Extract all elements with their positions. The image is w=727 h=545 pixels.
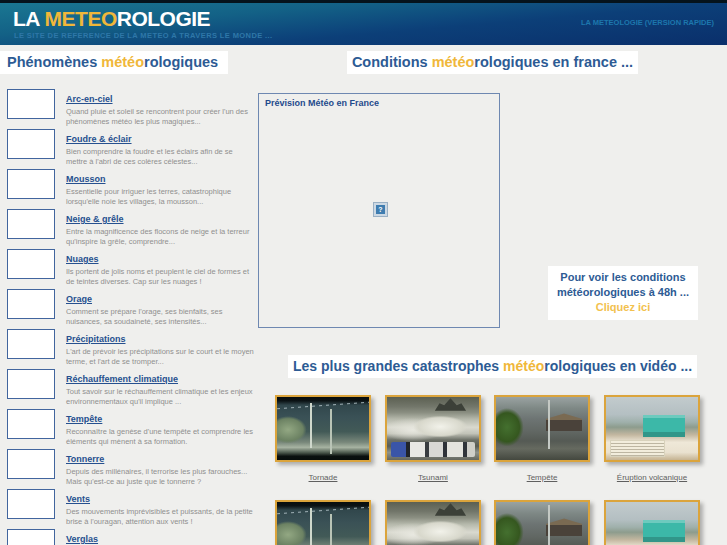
videos-section-title: Les plus grandes catastrophes météorolog…	[258, 358, 727, 374]
phenomena-text: Orage Comment se prépare l'orage, ses bi…	[66, 288, 254, 326]
video-thumbnail-eruption[interactable]	[604, 395, 700, 462]
phenomena-thumbnail[interactable]	[7, 529, 55, 545]
title-text: rologiques en vidéo ...	[544, 358, 692, 374]
video-thumbnail-tornade[interactable]	[275, 500, 371, 545]
phenomena-description: Reconnaître la genèse d'une tempête et c…	[66, 427, 254, 446]
video-caption-tornade[interactable]: Tornade	[275, 473, 371, 482]
tsunami-scene-image	[387, 502, 479, 545]
quick-version-link[interactable]: LA METEOLOGIE (VERSION RAPIDE)	[581, 18, 714, 27]
phenomena-link[interactable]: Réchauffement climatique	[66, 374, 178, 384]
phenomena-description: Essentielle pour irriguer les terres, ca…	[66, 187, 254, 206]
cliquez-ici-link[interactable]: Cliquez ici	[596, 300, 650, 315]
phenomena-text: Précipitations L'art de prévoir les préc…	[66, 328, 254, 366]
phenomena-link[interactable]: Verglas	[66, 534, 98, 544]
volcano-scene-image	[606, 502, 698, 545]
phenomena-thumbnail[interactable]	[7, 289, 55, 319]
phenomena-text: Nuages Ils portent de jolis noms et peup…	[66, 248, 254, 286]
phenomena-description: Des mouvements imprévisibles et puissant…	[66, 507, 254, 526]
title-highlight: météo	[503, 358, 544, 374]
phenomena-description: Comment se prépare l'orage, ses bienfait…	[66, 307, 254, 326]
phenomena-text: Neige & grêle Entre la magnificence des …	[66, 208, 254, 246]
site-logo[interactable]: LA METEOROLOGIE	[13, 7, 210, 31]
phenomena-thumbnail[interactable]	[7, 249, 55, 279]
list-item: Réchauffement climatique Tout savoir sur…	[7, 368, 255, 408]
phenomena-thumbnail[interactable]	[7, 209, 55, 239]
video-caption-tempete[interactable]: Tempête	[494, 473, 590, 482]
phenomena-description: Entre la magnificence des flocons de nei…	[66, 227, 254, 246]
phenomena-section-title: Phénomènes météorologiques	[0, 54, 228, 70]
list-item: Foudre & éclair Bien comprendre la foudr…	[7, 128, 255, 168]
video-thumbnail-tempete[interactable]	[494, 395, 590, 462]
promo-line2: météorologiques à 48h ...	[557, 286, 689, 298]
list-item: Mousson Essentielle pour irriguer les te…	[7, 168, 255, 208]
phenomena-link[interactable]: Tonnerre	[66, 454, 104, 464]
phenomena-thumbnail[interactable]	[7, 169, 55, 199]
forecast-48h-promo: Pour voir les conditions météorologiques…	[548, 266, 698, 320]
video-thumbnail-eruption[interactable]	[604, 500, 700, 545]
title-text: Les plus grandes catastrophes	[293, 358, 503, 374]
logo-suffix: ROLOGIE	[117, 7, 210, 30]
phenomena-text: Tonnerre Depuis des millénaires, il terr…	[66, 448, 254, 486]
phenomena-description: Ils portent de jolis noms et peuplent le…	[66, 267, 254, 286]
phenomena-list: Arc-en-ciel Quand pluie et soleil se ren…	[7, 88, 255, 545]
phenomena-text: Verglas	[66, 528, 254, 545]
phenomena-link[interactable]: Neige & grêle	[66, 214, 124, 224]
phenomena-thumbnail[interactable]	[7, 489, 55, 519]
question-mark-glyph: ?	[376, 205, 385, 214]
title-highlight: météo	[101, 54, 144, 70]
tornado-scene-image	[277, 397, 369, 460]
phenomena-text: Tempête Reconnaître la genèse d'une temp…	[66, 408, 254, 446]
phenomena-thumbnail[interactable]	[7, 89, 55, 119]
phenomena-thumbnail[interactable]	[7, 409, 55, 439]
video-thumbnail-tempete[interactable]	[494, 500, 590, 545]
video-caption-tsunami[interactable]: Tsunami	[385, 473, 481, 482]
list-item: Précipitations L'art de prévoir les préc…	[7, 328, 255, 368]
phenomena-link[interactable]: Tempête	[66, 414, 102, 424]
france-map-panel: Prévision Météo en France ?	[258, 93, 500, 328]
storm-scene-image	[496, 397, 588, 460]
phenomena-link[interactable]: Mousson	[66, 174, 106, 184]
phenomena-thumbnail[interactable]	[7, 369, 55, 399]
list-item: Arc-en-ciel Quand pluie et soleil se ren…	[7, 88, 255, 128]
app-header: LA METEOROLOGIE LE SITE DE REFERENCE DE …	[0, 0, 727, 45]
volcano-scene-image	[606, 397, 698, 460]
list-item: Vents Des mouvements imprévisibles et pu…	[7, 488, 255, 528]
title-highlight: météo	[432, 54, 475, 70]
page: LA METEOROLOGIE LE SITE DE REFERENCE DE …	[0, 0, 727, 545]
phenomena-link[interactable]: Nuages	[66, 254, 99, 264]
title-text: Phénomènes	[7, 54, 101, 70]
phenomena-text: Vents Des mouvements imprévisibles et pu…	[66, 488, 254, 526]
phenomena-description: Quand pluie et soleil se rencontrent pou…	[66, 107, 254, 126]
phenomena-thumbnail[interactable]	[7, 329, 55, 359]
storm-scene-image	[496, 502, 588, 545]
phenomena-link[interactable]: Orage	[66, 294, 92, 304]
phenomena-description: Bien comprendre la foudre et les éclairs…	[66, 147, 254, 166]
logo-prefix: LA	[13, 7, 45, 30]
video-thumbnail-tornade[interactable]	[275, 395, 371, 462]
phenomena-link[interactable]: Foudre & éclair	[66, 134, 132, 144]
title-text: rologiques	[144, 54, 218, 70]
title-text: Conditions	[352, 54, 432, 70]
logo-highlight: METEO	[45, 7, 117, 30]
phenomena-thumbnail[interactable]	[7, 449, 55, 479]
phenomena-thumbnail[interactable]	[7, 129, 55, 159]
phenomena-text: Réchauffement climatique Tout savoir sur…	[66, 368, 254, 406]
tornado-scene-image	[277, 502, 369, 545]
video-thumbnail-tsunami[interactable]	[385, 500, 481, 545]
video-thumbnail-tsunami[interactable]	[385, 395, 481, 462]
phenomena-text: Arc-en-ciel Quand pluie et soleil se ren…	[66, 88, 254, 126]
list-item: Nuages Ils portent de jolis noms et peup…	[7, 248, 255, 288]
phenomena-text: Mousson Essentielle pour irriguer les te…	[66, 168, 254, 206]
tsunami-scene-image	[387, 397, 479, 460]
video-caption-eruption[interactable]: Éruption volcanique	[604, 473, 700, 482]
phenomena-description: Tout savoir sur le réchauffement climati…	[66, 387, 254, 406]
phenomena-description: Depuis des millénaires, il terrorise les…	[66, 467, 254, 486]
list-item: Orage Comment se prépare l'orage, ses bi…	[7, 288, 255, 328]
list-item: Tonnerre Depuis des millénaires, il terr…	[7, 448, 255, 488]
broken-image-icon: ?	[373, 202, 388, 217]
phenomena-link[interactable]: Arc-en-ciel	[66, 94, 113, 104]
site-tagline: LE SITE DE REFERENCE DE LA METEO A TRAVE…	[14, 31, 273, 40]
phenomena-link[interactable]: Vents	[66, 494, 90, 504]
phenomena-link[interactable]: Précipitations	[66, 334, 126, 344]
list-item: Neige & grêle Entre la magnificence des …	[7, 208, 255, 248]
